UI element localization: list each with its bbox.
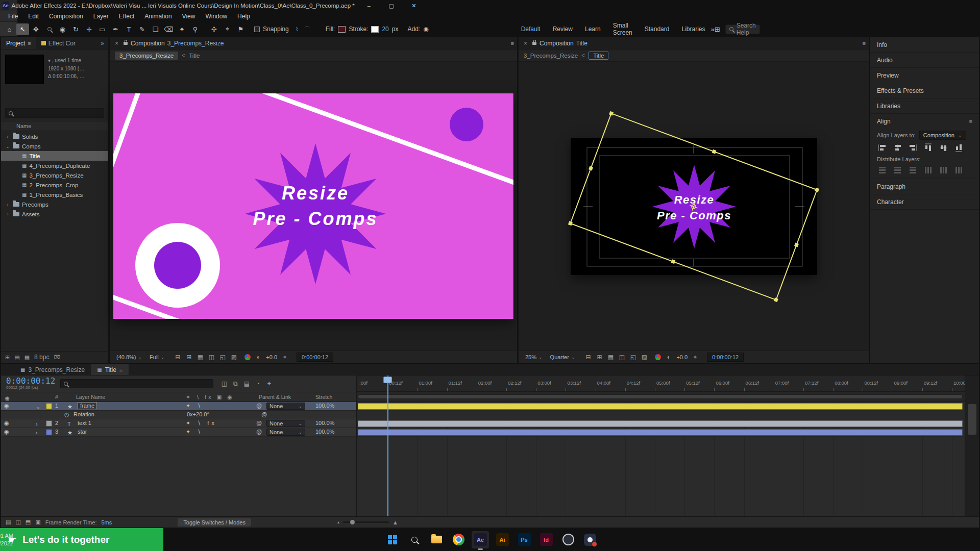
minimize-button[interactable]: –: [358, 0, 380, 11]
distribute-top-button[interactable]: [878, 167, 887, 173]
eraser-tool[interactable]: ⌫: [162, 23, 175, 35]
distribute-v-center-button[interactable]: [893, 167, 902, 173]
panel-menu-icon[interactable]: ≡: [969, 118, 972, 124]
breadcrumb-title-active[interactable]: Title: [589, 52, 608, 60]
align-to-select[interactable]: Composition ⌄: [919, 131, 966, 140]
transparency-grid-icon[interactable]: ▨: [639, 353, 649, 362]
close-icon[interactable]: ×: [113, 40, 120, 47]
project-tab-project[interactable]: Project≡: [1, 37, 36, 49]
timeline-status-icon[interactable]: ◫: [15, 519, 20, 525]
timeline-option-icon[interactable]: ▤: [241, 379, 252, 388]
toggle-switches-modes-button[interactable]: Toggle Switches / Modes: [178, 518, 251, 527]
menu-composition[interactable]: Composition: [44, 13, 88, 20]
camera-app-button[interactable]: [581, 531, 599, 548]
align-right-button[interactable]: [909, 144, 917, 151]
always-preview-icon[interactable]: ⊟: [583, 353, 593, 362]
menu-effect[interactable]: Effect: [114, 13, 139, 20]
menu-animation[interactable]: Animation: [139, 13, 177, 20]
mask-visibility-icon[interactable]: ◫: [617, 353, 627, 362]
parent-select[interactable]: None⌄: [266, 420, 305, 427]
exposure-value[interactable]: +0.0: [676, 354, 688, 360]
timeline-status-icon[interactable]: ▤: [6, 519, 11, 525]
property-row-rotation[interactable]: ◷Rotation0x+20.0°@: [1, 411, 356, 419]
workspace-default[interactable]: Default: [516, 26, 546, 33]
twirl-icon[interactable]: ⌄: [36, 404, 40, 410]
pan-behind-tool[interactable]: ✛: [83, 23, 95, 35]
timeline-option-icon[interactable]: ⧉: [230, 379, 241, 388]
chevron-icon[interactable]: ›: [5, 134, 10, 139]
project-comp-1-precomps-basics[interactable]: ▦1_Precomps_Basics: [1, 190, 108, 199]
layer-switches[interactable]: ✦ ∖ fx: [186, 420, 217, 427]
close-icon[interactable]: ×: [522, 40, 529, 47]
taskbar-after-effects-button[interactable]: Ae: [472, 531, 489, 548]
layer-color-chip[interactable]: [46, 420, 52, 427]
project-folder-precomps[interactable]: ›Precomps: [1, 199, 108, 209]
project-footer-icon[interactable]: ▤: [14, 354, 19, 361]
timeline-tab-title[interactable]: ▦Title≡: [91, 364, 129, 375]
align-v-center-button[interactable]: [940, 143, 947, 152]
workspace-learn[interactable]: Learn: [579, 26, 606, 33]
taskbar-indesign-button[interactable]: Id: [537, 531, 555, 548]
project-footer-icon[interactable]: ▦: [24, 354, 30, 361]
workspace-standard[interactable]: Standard: [639, 26, 675, 33]
viewer-tab[interactable]: Composition Title: [540, 40, 587, 47]
resolution-select[interactable]: Full ⌄: [147, 354, 167, 361]
project-comp-2-precomps-crop[interactable]: ▦2_Precomps_Crop: [1, 180, 108, 190]
align-top-button[interactable]: [925, 143, 932, 152]
pick-whip-icon[interactable]: @: [256, 420, 262, 426]
current-timecode[interactable]: 0:00:00:12: [6, 377, 55, 386]
mask-visibility-icon[interactable]: ◫: [206, 353, 216, 362]
twirl-icon[interactable]: ›: [36, 421, 38, 427]
layer-row-text-1[interactable]: ◉›2Ttext 1✦ ∖ fx@None⌄100.0%: [1, 419, 356, 428]
magnification-grid-icon[interactable]: ⊞: [184, 353, 194, 362]
viewer-tab[interactable]: Composition 3_Precomps_Resize: [131, 40, 224, 47]
workspace-review[interactable]: Review: [547, 26, 578, 33]
project-comp-4-precomps-duplicate[interactable]: ▦4_Precomps_Duplicate: [1, 161, 108, 170]
menu-window[interactable]: Window: [200, 13, 232, 20]
obs-button[interactable]: [559, 531, 577, 548]
help-search-input[interactable]: Search Help: [725, 24, 760, 34]
viewer-timecode[interactable]: 0:00:00:12: [707, 353, 744, 362]
project-comp-3-precomps-resize[interactable]: ▦3_Precomps_Resize: [1, 170, 108, 180]
panel-header-info[interactable]: Info: [870, 37, 979, 53]
lock-icon[interactable]: [124, 42, 128, 45]
zoom-slider-thumb[interactable]: [350, 520, 355, 524]
property-name[interactable]: Rotation: [74, 411, 94, 417]
pick-whip-icon[interactable]: @: [256, 403, 262, 409]
home-tool[interactable]: ⌂: [3, 23, 16, 35]
chrome-button[interactable]: [450, 531, 467, 548]
timeline-tab-3-precomps-resize[interactable]: ▦3_Precomps_Resize: [14, 364, 91, 375]
workspace-small-screen[interactable]: Small Screen: [607, 22, 638, 36]
hand-tool[interactable]: ✥: [30, 23, 42, 35]
zoom-tool[interactable]: [43, 23, 56, 35]
channel-icon[interactable]: [655, 354, 661, 360]
visibility-eye-icon[interactable]: ◉: [4, 420, 9, 427]
layer-duration-bar[interactable]: [358, 403, 963, 410]
panel-header-libraries[interactable]: Libraries: [870, 98, 979, 114]
magnification-select[interactable]: 25% ⌄: [523, 354, 545, 361]
viewer-timecode[interactable]: 0:00:00:12: [297, 353, 333, 362]
project-tab-effect-cor[interactable]: Effect Cor: [36, 37, 81, 49]
layer-color-chip[interactable]: [46, 403, 52, 409]
snapshot-camera-icon[interactable]: ⌖: [280, 353, 290, 362]
breadcrumb-comp-active[interactable]: 3_Precomps_Resize: [115, 52, 178, 60]
menu-help[interactable]: Help: [232, 13, 255, 20]
align-left-button[interactable]: [878, 144, 887, 151]
breadcrumb-title[interactable]: Title: [189, 53, 200, 59]
pick-whip-icon[interactable]: @: [261, 411, 267, 417]
visibility-eye-icon[interactable]: ◉: [4, 403, 9, 409]
parent-select[interactable]: None⌄: [266, 429, 305, 436]
snap-option-icon[interactable]: ⌒: [302, 23, 312, 35]
trash-icon[interactable]: ⌧: [54, 354, 60, 361]
stopwatch-icon[interactable]: ◷: [64, 411, 69, 418]
snapshot-camera-icon[interactable]: ⌖: [690, 353, 700, 362]
start-button[interactable]: [384, 531, 401, 548]
composition-canvas[interactable]: Resize Pre - Comps: [113, 93, 513, 319]
layer-duration-bar[interactable]: [358, 429, 963, 436]
stretch-value[interactable]: 100.0%: [315, 429, 334, 435]
chevron-icon[interactable]: ⌄: [5, 144, 10, 149]
stroke-width-value[interactable]: 20: [382, 26, 388, 33]
panel-menu-icon[interactable]: ≡: [863, 40, 866, 46]
menu-file[interactable]: File: [3, 13, 23, 20]
stretch-column-header[interactable]: Stretch: [315, 394, 332, 400]
